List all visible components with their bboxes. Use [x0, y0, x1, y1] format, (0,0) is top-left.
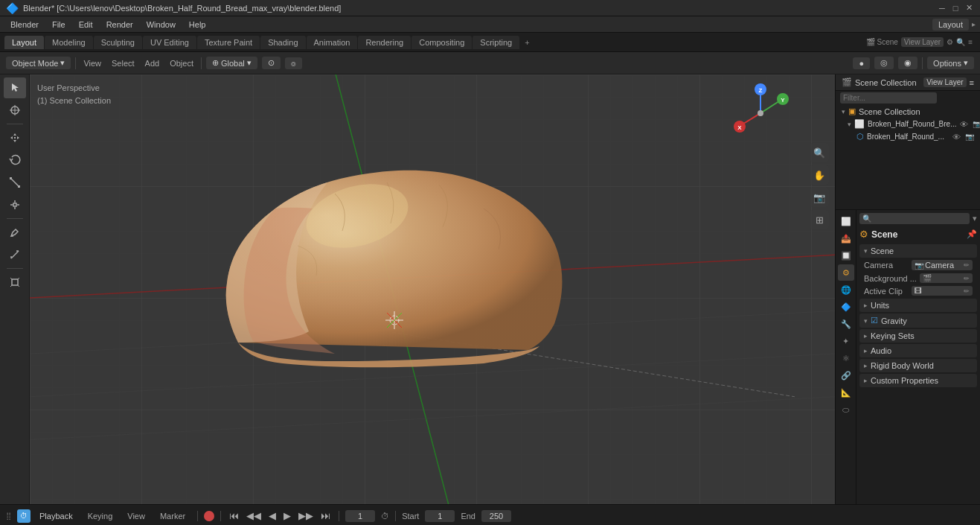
scene-props-button[interactable]: ⚙ — [838, 264, 854, 281]
clip-eyedropper-icon[interactable]: ✏ — [964, 287, 970, 295]
material-props-button[interactable]: ⬭ — [838, 401, 854, 418]
add-workspace-button[interactable]: + — [520, 36, 534, 48]
outliner-item-bread-parent[interactable]: ▾ ⬜ Broken_Half_Round_Bre... 👁 📷 — [836, 118, 980, 130]
maximize-button[interactable]: □ — [950, 3, 961, 13]
background-value[interactable]: 🎬 ✏ — [920, 273, 973, 283]
keying-tab[interactable]: Keying — [82, 510, 119, 522]
scene-selector[interactable]: 🎬 Scene — [866, 38, 898, 46]
proportional-edit-button[interactable]: ⌾ — [285, 57, 302, 69]
start-frame-input[interactable]: 1 — [425, 510, 455, 522]
tab-animation[interactable]: Animation — [307, 36, 358, 49]
render-menu[interactable]: Render — [100, 19, 139, 31]
object-props-button[interactable]: 🔷 — [838, 299, 854, 315]
help-menu[interactable]: Help — [183, 19, 212, 31]
tab-modeling[interactable]: Modeling — [45, 36, 93, 49]
audio-section-header[interactable]: ▸ Audio — [859, 344, 977, 357]
transform-tool[interactable] — [4, 194, 26, 215]
world-props-button[interactable]: 🌐 — [838, 281, 854, 298]
annotate-tool[interactable] — [4, 222, 26, 243]
pan-button[interactable]: ✋ — [810, 165, 829, 185]
transform-selector[interactable]: ⊕ Global ▾ — [206, 57, 257, 69]
rigid-body-header[interactable]: ▸ Rigid Body World — [859, 359, 977, 372]
render-visibility-2[interactable]: 📷 — [965, 133, 974, 141]
timeline-handle[interactable]: ⣿ — [6, 512, 11, 520]
pin-icon[interactable]: 📌 — [967, 229, 977, 239]
active-clip-value[interactable]: 🎞 ✏ — [912, 286, 973, 296]
outliner-scene-collection[interactable]: ▾ ▣ Scene Collection — [836, 105, 980, 118]
props-filter-icon[interactable]: ▾ — [973, 214, 977, 223]
play-button[interactable]: ▶ — [281, 509, 293, 523]
cursor-tool[interactable] — [4, 100, 26, 121]
tab-sculpting[interactable]: Sculpting — [94, 36, 142, 49]
search-icon-header[interactable]: 🔍 — [956, 38, 965, 46]
view-tab[interactable]: View — [121, 510, 151, 522]
props-search-input[interactable] — [859, 213, 970, 224]
marker-tab[interactable]: Marker — [154, 510, 191, 522]
minimize-button[interactable]: ─ — [937, 3, 947, 13]
close-button[interactable]: ✕ — [964, 3, 974, 13]
playback-tab[interactable]: Playback — [33, 510, 79, 522]
tab-rendering[interactable]: Rendering — [358, 36, 411, 49]
viewport-shading-material[interactable]: ◎ — [874, 57, 894, 69]
end-frame-input[interactable]: 250 — [481, 510, 511, 522]
workspace-tab-layout[interactable]: Layout — [932, 19, 969, 31]
select-menu[interactable]: Select — [109, 57, 138, 69]
tab-shading[interactable]: Shading — [260, 36, 305, 49]
scene-section-header[interactable]: ▾ Scene — [859, 244, 977, 258]
file-menu[interactable]: File — [46, 19, 71, 31]
filter-icon-header[interactable]: ≡ — [968, 38, 973, 46]
view-layer-selector[interactable]: View Layer — [901, 37, 944, 47]
prev-keyframe-button[interactable]: ◀◀ — [244, 509, 263, 523]
tab-compositing[interactable]: Compositing — [411, 36, 472, 49]
keying-sets-header[interactable]: ▸ Keying Sets — [859, 329, 977, 343]
next-frame-button[interactable]: ▶▶ — [296, 509, 316, 523]
gravity-section-header[interactable]: ▾ ☑ Gravity — [859, 314, 977, 328]
camera-eyedropper-icon[interactable]: ✏ — [964, 261, 970, 269]
window-controls[interactable]: ─ □ ✕ — [937, 3, 974, 13]
render-visibility-1[interactable]: 📷 — [973, 120, 980, 128]
constraint-props-button[interactable]: 🔗 — [838, 367, 854, 384]
data-props-button[interactable]: 📐 — [838, 384, 854, 401]
tab-uv-editing[interactable]: UV Editing — [143, 36, 196, 49]
jump-start-button[interactable]: ⏮ — [227, 509, 241, 523]
modifier-props-button[interactable]: 🔧 — [838, 316, 854, 332]
outliner-search-input[interactable] — [840, 92, 937, 104]
jump-end-button[interactable]: ⏭ — [318, 509, 333, 523]
zoom-in-button[interactable]: 🔍 — [810, 143, 829, 162]
render-props-button[interactable]: ⬜ — [838, 213, 854, 229]
camera-view-button[interactable]: 📷 — [810, 188, 829, 207]
blender-menu[interactable]: Blender — [4, 19, 45, 31]
timeline-type-selector[interactable]: ⏱ — [17, 509, 31, 523]
add-cube-tool[interactable] — [4, 272, 26, 293]
gravity-checkbox[interactable]: ☑ — [871, 316, 878, 325]
view-layer-props-button[interactable]: 🔲 — [838, 247, 854, 264]
physics-props-button[interactable]: ⚛ — [838, 350, 854, 366]
add-menu[interactable]: Add — [142, 57, 163, 69]
outliner-item-bread-mesh[interactable]: ⬡ Broken_Half_Round_... 👁 📷 — [836, 130, 980, 143]
snap-button[interactable]: ⊙ — [262, 57, 281, 69]
view-menu[interactable]: View — [80, 57, 104, 69]
orthographic-button[interactable]: ⊞ — [810, 210, 829, 229]
output-props-button[interactable]: 📤 — [838, 230, 854, 246]
units-section-header[interactable]: ▸ Units — [859, 299, 977, 312]
particles-props-button[interactable]: ✦ — [838, 333, 854, 349]
filter-outliner-icon[interactable]: ≡ — [970, 78, 974, 87]
view-layer-name[interactable]: View Layer — [923, 77, 966, 87]
rotate-tool[interactable] — [4, 150, 26, 171]
tab-texture-paint[interactable]: Texture Paint — [197, 36, 260, 49]
mode-selector[interactable]: Object Mode ▾ — [6, 57, 71, 69]
background-eyedropper-icon[interactable]: ✏ — [964, 275, 970, 282]
object-menu[interactable]: Object — [167, 57, 196, 69]
settings-icon[interactable]: ⚙ — [947, 38, 953, 46]
scale-tool[interactable] — [4, 172, 26, 193]
viewport-canvas[interactable]: User Perspective (1) Scene Collection Z … — [30, 74, 835, 504]
current-frame-input[interactable]: 1 — [345, 510, 375, 522]
navigation-gizmo[interactable]: Z Y X — [731, 83, 790, 143]
measure-tool[interactable] — [4, 244, 26, 265]
viewport[interactable]: User Perspective (1) Scene Collection Z … — [30, 74, 835, 504]
visibility-toggle-1[interactable]: 👁 — [960, 120, 968, 129]
prev-frame-button[interactable]: ◀ — [266, 509, 278, 523]
custom-props-header[interactable]: ▸ Custom Properties — [859, 374, 977, 387]
camera-value[interactable]: 📷 Camera ✏ — [912, 260, 973, 270]
tab-layout[interactable]: Layout — [4, 36, 44, 49]
